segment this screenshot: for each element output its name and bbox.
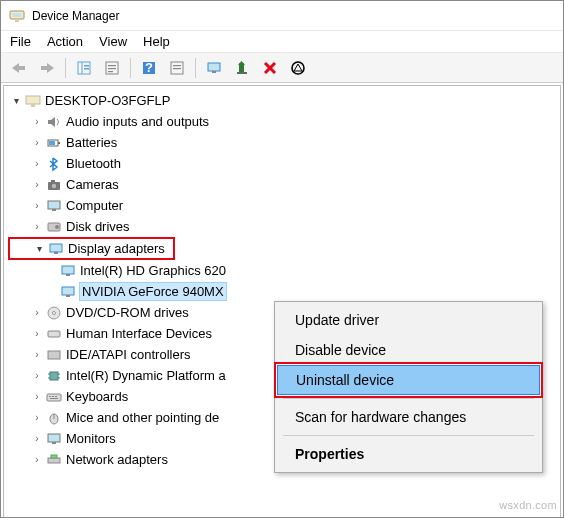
svg-rect-66 [48, 458, 60, 463]
uninstall-device-button[interactable] [258, 56, 282, 80]
speaker-icon [45, 114, 63, 130]
context-scan-hardware[interactable]: Scan for hardware changes [277, 402, 540, 432]
keyboard-icon [45, 389, 63, 405]
expand-icon[interactable]: ▾ [33, 243, 45, 254]
properties-button[interactable] [100, 56, 124, 80]
node-label: Network adapters [66, 452, 168, 467]
mouse-icon [45, 410, 63, 426]
svg-rect-18 [173, 65, 181, 66]
display-icon [59, 284, 77, 300]
monitor-icon [45, 431, 63, 447]
svg-point-49 [53, 311, 56, 314]
highlight-box [274, 362, 543, 398]
svg-rect-33 [58, 142, 60, 144]
menu-file[interactable]: File [10, 34, 31, 49]
context-properties[interactable]: Properties [277, 439, 540, 469]
node-label: Monitors [66, 431, 116, 446]
menu-action[interactable]: Action [47, 34, 83, 49]
computer-icon [45, 198, 63, 214]
expand-icon[interactable]: › [31, 158, 43, 169]
expand-icon[interactable]: › [31, 328, 43, 339]
svg-rect-20 [208, 63, 220, 71]
svg-rect-65 [52, 442, 56, 444]
node-label: Human Interface Devices [66, 326, 212, 341]
update-driver-button[interactable] [230, 56, 254, 80]
expand-icon[interactable]: › [31, 412, 43, 423]
svg-rect-51 [48, 351, 60, 359]
node-cameras[interactable]: › Cameras [8, 174, 560, 195]
svg-rect-39 [52, 209, 56, 211]
toolbar-sep [130, 58, 131, 78]
expand-icon[interactable]: › [31, 137, 43, 148]
chip-icon [45, 368, 63, 384]
svg-rect-61 [50, 398, 58, 399]
svg-point-41 [55, 225, 59, 229]
svg-rect-50 [48, 331, 60, 337]
node-label: Intel(R) Dynamic Platform a [66, 368, 226, 383]
title-bar: Device Manager [1, 1, 563, 31]
hid-icon [45, 326, 63, 342]
node-computer[interactable]: › Computer [8, 195, 560, 216]
context-update-driver[interactable]: Update driver [277, 305, 540, 335]
svg-rect-45 [66, 274, 70, 276]
menu-help[interactable]: Help [143, 34, 170, 49]
expand-icon[interactable]: ▾ [10, 95, 22, 106]
node-label: DVD/CD-ROM drives [66, 305, 189, 320]
node-label: NVIDIA GeForce 940MX [80, 283, 226, 300]
expand-icon[interactable]: › [31, 349, 43, 360]
node-audio[interactable]: › Audio inputs and outputs [8, 111, 560, 132]
node-display-nvidia[interactable]: NVIDIA GeForce 940MX [8, 281, 560, 302]
node-computer-root[interactable]: ▾ DESKTOP-O3FGFLP [8, 90, 560, 111]
action-button[interactable] [165, 56, 189, 80]
node-bluetooth[interactable]: › Bluetooth [8, 153, 560, 174]
expand-icon[interactable]: › [31, 200, 43, 211]
expand-icon[interactable]: › [31, 221, 43, 232]
svg-rect-52 [50, 372, 58, 380]
node-label: Bluetooth [66, 156, 121, 171]
svg-rect-6 [41, 66, 47, 70]
svg-rect-29 [26, 96, 40, 104]
disable-device-button[interactable] [286, 56, 310, 80]
display-icon [47, 241, 65, 257]
disk-icon [45, 219, 63, 235]
svg-text:?: ? [145, 60, 153, 75]
svg-rect-2 [13, 13, 22, 17]
toolbar-sep [65, 58, 66, 78]
context-disable-device[interactable]: Disable device [277, 335, 540, 365]
menu-view[interactable]: View [99, 34, 127, 49]
node-disk-drives[interactable]: › Disk drives [8, 216, 560, 237]
context-sep [283, 398, 534, 399]
display-icon [59, 263, 77, 279]
expand-icon[interactable]: › [31, 391, 43, 402]
svg-rect-59 [52, 396, 54, 397]
expand-icon[interactable]: › [31, 179, 43, 190]
nav-forward-button[interactable] [35, 56, 59, 80]
watermark: wsxdn.com [499, 499, 557, 511]
show-hide-tree-button[interactable] [72, 56, 96, 80]
network-icon [45, 452, 63, 468]
svg-rect-21 [212, 71, 216, 73]
nav-back-button[interactable] [7, 56, 31, 80]
node-batteries[interactable]: › Batteries [8, 132, 560, 153]
node-label: Batteries [66, 135, 117, 150]
toolbar: ? [1, 53, 563, 83]
expand-icon[interactable]: › [31, 307, 43, 318]
camera-icon [45, 177, 63, 193]
expand-icon[interactable]: › [31, 370, 43, 381]
scan-hardware-button[interactable] [202, 56, 226, 80]
svg-rect-57 [47, 394, 61, 401]
svg-rect-34 [49, 141, 55, 145]
node-display-adapters[interactable]: ▾ Display adapters [8, 237, 175, 260]
svg-rect-10 [84, 68, 89, 70]
svg-rect-24 [237, 72, 247, 74]
expand-icon[interactable]: › [31, 116, 43, 127]
svg-rect-37 [51, 180, 55, 182]
node-label: IDE/ATAPI controllers [66, 347, 191, 362]
expand-icon[interactable]: › [31, 454, 43, 465]
node-label: Intel(R) HD Graphics 620 [80, 263, 226, 278]
help-button[interactable]: ? [137, 56, 161, 80]
node-display-intel[interactable]: Intel(R) HD Graphics 620 [8, 260, 560, 281]
svg-marker-3 [12, 63, 19, 73]
node-label: Keyboards [66, 389, 128, 404]
expand-icon[interactable]: › [31, 433, 43, 444]
